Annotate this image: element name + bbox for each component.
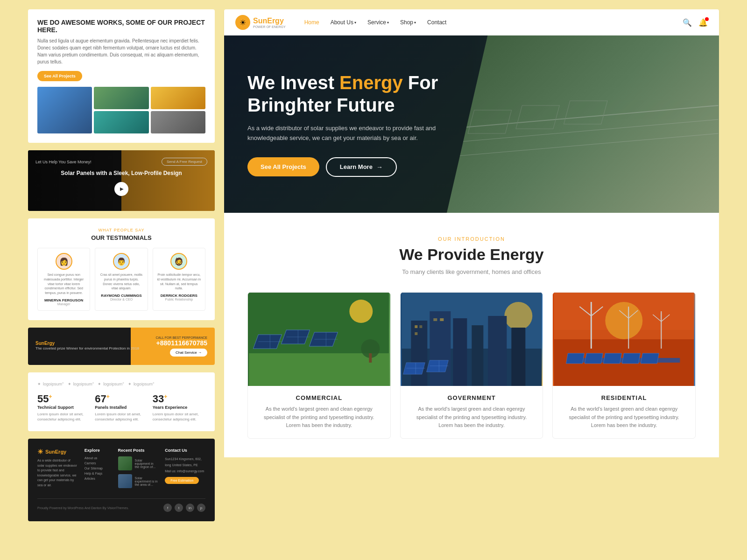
- stat-label-3: Years Experience: [153, 405, 205, 410]
- card-content-residential: RESIDENTIAL As the world's largest green…: [553, 386, 695, 438]
- navbar-logo: ☀ SunErgy POWER OF ENERGY: [235, 15, 286, 30]
- award-text: The coveted prize Winner for environment…: [35, 346, 139, 351]
- search-button[interactable]: 🔍: [683, 18, 692, 27]
- footer-post-2[interactable]: Solar experiment is in the area of...: [118, 474, 159, 488]
- footer-contact-heading: Contact Us: [165, 448, 205, 453]
- svg-rect-31: [415, 332, 417, 335]
- post-image-2: [118, 474, 132, 488]
- chevron-down-icon-shop: ▾: [414, 21, 416, 25]
- notification-bell[interactable]: 🔔: [698, 18, 708, 27]
- service-card-residential: RESIDENTIAL As the world's largest green…: [552, 292, 696, 439]
- nav-link-contact[interactable]: Contact: [427, 19, 446, 26]
- svg-rect-61: [641, 353, 659, 364]
- logo-icon-2: ✦: [68, 382, 71, 386]
- testimonial-role-3: Public Relationship: [157, 298, 201, 301]
- svg-rect-37: [426, 360, 448, 372]
- learn-more-button[interactable]: Learn More →: [326, 157, 397, 177]
- svg-rect-24: [430, 311, 451, 386]
- hero-title: We Invest Energy For Bringhter Future: [247, 71, 444, 116]
- footer-logo: ☀ SunErgy: [37, 448, 78, 455]
- nav-links: Home About Us ▾ Service ▾ Shop ▾ Contact: [304, 19, 683, 26]
- svg-rect-33: [440, 318, 444, 321]
- svg-rect-5: [564, 101, 607, 124]
- svg-point-8: [349, 300, 373, 323]
- testimonial-text-3: Proin sollicitudin tempor arcu, id vesti…: [157, 273, 201, 291]
- hero-section: We Invest Energy For Bringhter Future As…: [224, 35, 719, 213]
- intro-title: We Provide Energy: [247, 245, 696, 264]
- svg-point-22: [504, 302, 532, 330]
- award-small-label: CALL FOR BEST PERFORMANCE: [156, 336, 207, 339]
- project-image-5: [151, 111, 205, 133]
- testimonial-card-3: 🧔 Proin sollicitudin tempor arcu, id ves…: [153, 248, 205, 311]
- project-image-1: [37, 87, 92, 133]
- nav-link-home[interactable]: Home: [304, 19, 319, 26]
- navbar-brand-sub: POWER OF ENERGY: [253, 25, 286, 28]
- solar-banner-top-label: Let Us Help You Save Money!: [35, 160, 92, 164]
- footer-bottom: Proudly Powered by WordPress And Danton …: [37, 498, 205, 512]
- footer-post-1[interactable]: Solar equipment in the region of...: [118, 456, 159, 470]
- nav-link-shop[interactable]: Shop ▾: [400, 19, 416, 26]
- testimonial-role-1: Manager: [42, 302, 86, 306]
- card-content-commercial: COMMERCIAL As the world's largest green …: [248, 386, 390, 438]
- stat-item-2: 67+ Panels Installed Lorem ipsum dolor s…: [95, 393, 148, 422]
- project-image-4: [94, 111, 148, 133]
- footer-link-2[interactable]: Carriers: [85, 462, 112, 465]
- logo-2: ✦ logoipsum°: [68, 382, 94, 386]
- svg-rect-7: [249, 353, 389, 386]
- see-all-projects-button[interactable]: See All Projects: [37, 71, 82, 81]
- notification-dot-indicator: [705, 17, 709, 21]
- stat-item-3: 33+ Years Experience Lorem ipsum dolor s…: [153, 393, 205, 422]
- left-panel: WE DO AWESOME WORKS, SOME OF OUR PROJECT…: [28, 9, 215, 521]
- footer-contact-address: Sun1234 Kingsmen, 602, long United State…: [165, 456, 205, 484]
- testimonial-avatar-2: 👨: [113, 253, 130, 270]
- stats-grid: 55+ Technical Support Lorem ipsum dolor …: [37, 393, 205, 422]
- testimonials-sub-label: WHAT PEOPLE SAY: [37, 228, 205, 232]
- stat-number-2: 67+: [95, 393, 148, 405]
- svg-rect-3: [468, 110, 511, 133]
- logo-3: ✦ logoipsum°: [98, 382, 124, 386]
- stat-desc-2: Lorem ipsum dolor sit amet, consectetur …: [95, 412, 148, 422]
- svg-rect-29: [415, 325, 417, 328]
- linkedin-icon[interactable]: in: [186, 504, 194, 512]
- chevron-down-icon-service: ▾: [387, 21, 389, 25]
- svg-point-43: [606, 302, 643, 339]
- award-banner: SunErgy The coveted prize Winner for env…: [28, 328, 215, 365]
- chat-service-button[interactable]: Chat Service →: [170, 349, 207, 357]
- post-image-1: [118, 456, 132, 470]
- footer-link-1[interactable]: About us: [85, 456, 112, 460]
- award-logo: SunErgy: [35, 341, 139, 346]
- card-image-residential: [553, 293, 695, 386]
- svg-rect-30: [419, 325, 422, 328]
- svg-rect-57: [566, 353, 585, 364]
- logo-1: ✦ logoipsum°: [37, 382, 64, 386]
- send-free-request-button[interactable]: Send A Free Request: [162, 158, 207, 166]
- footer-link-3[interactable]: Our Sitemap: [85, 467, 112, 470]
- footer-link-4[interactable]: Help & Faqs: [85, 472, 112, 475]
- footer-about: ☀ SunErgy As a wide distributor of solar…: [37, 448, 78, 492]
- free-estimation-button[interactable]: Free Estimation: [165, 477, 199, 484]
- see-all-projects-hero-button[interactable]: See All Projects: [247, 157, 319, 176]
- testimonial-name-3: DERRICK RODGERS: [157, 294, 201, 298]
- svg-rect-26: [472, 325, 483, 386]
- hero-buttons: See All Projects Learn More →: [247, 157, 444, 177]
- play-button[interactable]: [114, 182, 128, 196]
- navbar-brand-text: SunErgy: [253, 17, 284, 25]
- twitter-icon[interactable]: t: [175, 504, 183, 512]
- svg-line-2: [448, 133, 719, 157]
- stat-desc-1: Lorem ipsum dolor sit amet, consectetur …: [37, 412, 90, 422]
- testimonials-title: OUR TESTIMONIALS: [37, 234, 205, 241]
- nav-link-about[interactable]: About Us ▾: [331, 19, 356, 26]
- svg-line-1: [448, 119, 719, 143]
- testimonials-grid: 👩 Sed congue purus non malesuada porttit…: [37, 248, 205, 311]
- intro-section: OUR INTRODUCTION We Provide Energy To ma…: [224, 213, 719, 457]
- stat-label-1: Technical Support: [37, 405, 90, 410]
- svg-rect-4: [516, 105, 559, 129]
- nav-link-service[interactable]: Service ▾: [367, 19, 389, 26]
- card-desc-government: As the world's largest green and clean e…: [409, 405, 535, 430]
- facebook-icon[interactable]: f: [163, 504, 172, 512]
- pinterest-icon[interactable]: p: [197, 504, 205, 512]
- project-images: [37, 87, 205, 133]
- testimonials-section: WHAT PEOPLE SAY OUR TESTIMONIALS 👩 Sed c…: [28, 218, 215, 320]
- award-phone: +8801116670785: [156, 339, 207, 347]
- footer-link-5[interactable]: Articles: [85, 477, 112, 480]
